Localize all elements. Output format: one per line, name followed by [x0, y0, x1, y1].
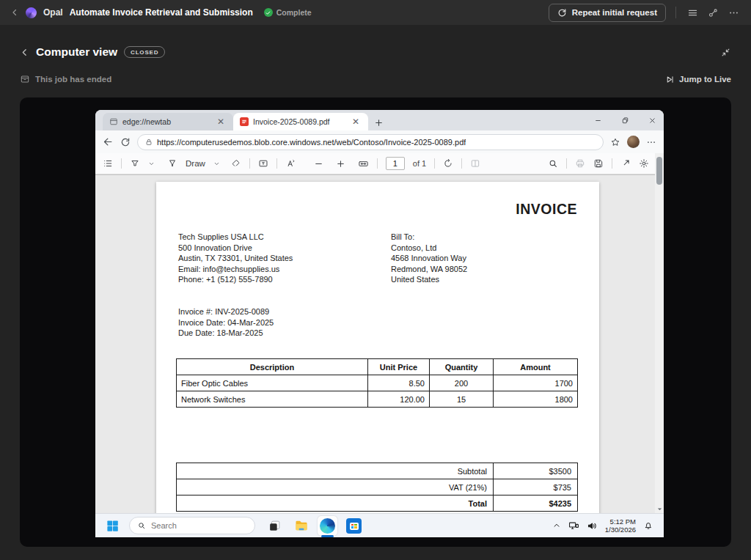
- table-cell: 200: [430, 375, 494, 391]
- edge-browser-button[interactable]: [318, 516, 337, 536]
- table-row: Total $4235: [177, 495, 578, 512]
- lock-icon: [145, 139, 153, 146]
- column-header: Unit Price: [368, 359, 430, 375]
- url-text: https://computerusedemos.blob.core.windo…: [157, 138, 466, 147]
- tab-label: Invoice-2025-0089.pdf: [253, 117, 345, 126]
- table-cell: 120.00: [368, 391, 430, 408]
- zoom-in-icon[interactable]: [336, 159, 345, 169]
- app-name: Opal: [43, 7, 63, 18]
- tab-invoice-pdf[interactable]: Invoice-2025-0089.pdf ✕: [233, 113, 368, 130]
- start-button[interactable]: [103, 516, 122, 536]
- new-tab-button[interactable]: [374, 118, 384, 128]
- workflow-title: Automate Invoice Retrieval and Submissio…: [70, 7, 253, 18]
- pdf-file-icon: [240, 117, 249, 126]
- reload-icon[interactable]: [120, 137, 131, 147]
- chevron-down-icon[interactable]: [148, 161, 155, 167]
- tab-close-icon[interactable]: ✕: [350, 117, 362, 127]
- chevron-down-icon[interactable]: [213, 161, 220, 167]
- zoom-out-icon[interactable]: [314, 159, 323, 169]
- search-icon[interactable]: [548, 158, 558, 169]
- search-input[interactable]: [151, 521, 232, 530]
- minimize-window-icon[interactable]: [593, 115, 604, 126]
- scrollbar-thumb[interactable]: [656, 157, 662, 185]
- table-of-contents-icon[interactable]: [103, 158, 113, 169]
- close-window-icon[interactable]: [647, 115, 658, 126]
- file-explorer-button[interactable]: [291, 516, 311, 536]
- table-cell: Fiber Optic Cables: [177, 375, 368, 391]
- more-options-icon[interactable]: [727, 6, 741, 20]
- network-icon[interactable]: [568, 520, 579, 531]
- expand-icon[interactable]: [620, 158, 631, 169]
- divider: [249, 158, 250, 169]
- repeat-initial-request-button[interactable]: Repeat initial request: [549, 4, 666, 22]
- windows-taskbar: 5:12 PM 1/30/2026: [95, 513, 664, 537]
- column-header: Amount: [494, 359, 578, 375]
- flow-graph-icon[interactable]: [706, 6, 720, 20]
- vertical-scrollbar[interactable]: [655, 153, 664, 513]
- highlighter-icon[interactable]: [130, 158, 140, 169]
- page-title: Computer view: [36, 45, 117, 59]
- draw-pen-icon[interactable]: [167, 158, 177, 169]
- system-tray: 5:12 PM 1/30/2026: [552, 517, 656, 534]
- table-row: VAT (21%) $735: [177, 479, 578, 495]
- browser-menu-icon[interactable]: [646, 137, 656, 147]
- favorites-star-icon[interactable]: [610, 137, 620, 147]
- divider: [276, 158, 277, 169]
- draw-label[interactable]: Draw: [186, 159, 205, 168]
- taskbar-clock[interactable]: 5:12 PM 1/30/2026: [605, 517, 636, 534]
- fit-to-width-icon[interactable]: [358, 158, 369, 169]
- table-row: Subtotal $3500: [177, 463, 578, 479]
- address-bar[interactable]: https://computerusedemos.blob.core.windo…: [137, 134, 604, 150]
- divider: [566, 158, 567, 169]
- notification-bell-icon[interactable]: [643, 520, 653, 531]
- job-status-text: This job has ended: [35, 75, 111, 84]
- back-arrow-icon[interactable]: [103, 136, 114, 147]
- divider: [121, 158, 122, 169]
- status-label: Complete: [276, 8, 312, 17]
- remote-desktop: edge://newtab ✕ Invoice-2025-0089.pdf ✕: [95, 110, 664, 537]
- computer-view-header: Computer view CLOSED: [20, 45, 731, 59]
- active-app-indicator: [321, 535, 334, 537]
- total-label: VAT (21%): [177, 479, 494, 495]
- pdf-toolbar-right: [548, 158, 655, 169]
- back-chevron-icon[interactable]: [10, 8, 19, 17]
- jump-to-live-button[interactable]: Jump to Live: [665, 75, 731, 84]
- rotate-icon[interactable]: [443, 158, 453, 169]
- eraser-icon[interactable]: [231, 158, 241, 169]
- restore-window-icon[interactable]: [620, 115, 631, 126]
- page-view-icon[interactable]: [470, 158, 480, 169]
- tab-newtab[interactable]: edge://newtab ✕: [103, 113, 233, 130]
- volume-icon[interactable]: [587, 520, 598, 531]
- app-top-bar: Opal Automate Invoice Retrieval and Subm…: [0, 0, 751, 25]
- total-label: Total: [177, 495, 494, 512]
- job-box-icon: [20, 74, 30, 84]
- print-icon[interactable]: [575, 158, 585, 169]
- microsoft-store-button[interactable]: [344, 516, 364, 536]
- skip-to-end-icon: [665, 75, 675, 84]
- task-view-button[interactable]: [265, 516, 285, 536]
- settings-gear-icon[interactable]: [639, 158, 649, 169]
- invoice-page: INVOICE Tech Supplies USA LLC 500 Innova…: [156, 182, 599, 513]
- profile-avatar[interactable]: [627, 136, 640, 148]
- tab-close-icon[interactable]: ✕: [215, 117, 227, 127]
- pdf-toolbar: Draw: [95, 153, 664, 174]
- complete-check-icon: [264, 8, 273, 17]
- save-icon[interactable]: [593, 158, 604, 169]
- list-menu-icon[interactable]: [686, 6, 700, 20]
- back-chevron-icon[interactable]: [20, 48, 29, 57]
- scrollbar-down-arrow[interactable]: [655, 506, 664, 512]
- divider: [461, 158, 462, 169]
- collapse-view-icon[interactable]: [720, 47, 731, 58]
- read-aloud-icon[interactable]: [285, 158, 296, 169]
- table-cell: 1700: [494, 375, 578, 391]
- taskbar-search[interactable]: [129, 517, 255, 534]
- search-icon: [137, 521, 146, 530]
- total-value: $4235: [494, 495, 578, 512]
- tray-chevron-up-icon[interactable]: [552, 521, 561, 530]
- column-header: Quantity: [430, 359, 494, 375]
- add-text-icon[interactable]: [258, 158, 268, 169]
- table-row: Fiber Optic Cables 8.50 200 1700: [177, 375, 578, 391]
- column-header: Description: [177, 359, 368, 375]
- page-number-input[interactable]: [386, 157, 405, 170]
- total-label: Subtotal: [177, 463, 494, 479]
